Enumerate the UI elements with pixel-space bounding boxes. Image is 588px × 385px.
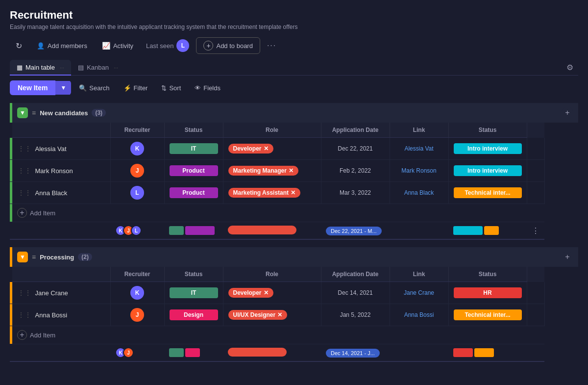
col-header-date-1: Application Date: [321, 123, 390, 138]
add-members-button[interactable]: 👤 Add members: [31, 39, 93, 52]
filter-label: Filter: [134, 84, 148, 92]
activity-button[interactable]: 📈 Activity: [96, 39, 139, 52]
col-header-name-1: [12, 123, 110, 138]
col-header-name-2: [12, 267, 110, 282]
status-cell-anna-bossi: Design: [164, 304, 223, 326]
status-pill: Product: [170, 187, 218, 198]
recruiter-avatar: J: [130, 308, 144, 322]
date-cell-jane: Dec 14, 2021: [321, 282, 390, 304]
summary-status-bar-teal: [453, 226, 483, 235]
summary-avatar-j2: J: [123, 347, 134, 358]
fields-button[interactable]: 👁 Fields: [189, 81, 226, 95]
add-item-cell-2: + Add Item: [12, 326, 110, 344]
summary-recruiters: K J L: [110, 222, 164, 240]
candidate-name: Mark Ronson: [35, 167, 73, 175]
add-item-empty-2: [448, 326, 527, 344]
col-header-date-2: Application Date: [321, 267, 390, 282]
link-cell-jane[interactable]: Jane Crane: [390, 282, 448, 304]
add-item-button-2[interactable]: + Add Item: [17, 330, 105, 340]
add-item-empty-2: [110, 326, 164, 344]
summary-name-col-2: [12, 344, 110, 362]
new-item-dropdown-button[interactable]: ▼: [55, 81, 71, 95]
add-item-cell-1: + Add Item: [12, 204, 110, 222]
role-tag-remove[interactable]: ✕: [264, 289, 269, 296]
summary-status-2: [164, 344, 223, 362]
add-item-empty-2: [321, 326, 390, 344]
add-item-empty-2: [527, 326, 544, 344]
role-tag-remove[interactable]: ✕: [289, 167, 294, 174]
new-item-main-button[interactable]: New Item: [10, 80, 55, 95]
name-cell-mark: ⋮⋮ Mark Ronson: [12, 160, 110, 182]
sort-icon: ⇅: [161, 84, 167, 92]
main-table-label: Main table: [25, 64, 55, 71]
recruiter-cell-jane: K: [110, 282, 164, 304]
recruiter-cell-mark: J: [110, 160, 164, 182]
add-item-empty-2: [223, 326, 321, 344]
col-header-role-2: Role: [223, 267, 321, 282]
status-pill: Product: [170, 165, 218, 176]
recruiter-avatar: J: [130, 164, 144, 178]
link-cell-anna-black[interactable]: Anna Black: [390, 182, 448, 204]
status-cell-mark: Product: [164, 160, 223, 182]
tab-main-table[interactable]: ▦ Main table ···: [10, 60, 71, 75]
summary-bar-it: [169, 226, 184, 235]
role-tag-label: Developer: [233, 289, 262, 296]
more-options-button[interactable]: ···: [263, 38, 280, 53]
group-drag-icon: ≡: [32, 109, 36, 117]
sort-label: Sort: [169, 84, 181, 92]
status-cell-jane: IT: [164, 282, 223, 304]
summary-role-bar-2: [228, 348, 287, 357]
filter-button[interactable]: ⚡ Filter: [118, 81, 154, 95]
search-button[interactable]: 🔍 Search: [73, 81, 115, 95]
add-to-board-button[interactable]: + Add to board: [196, 37, 260, 54]
col-header-link-1: Link: [390, 123, 448, 138]
add-to-board-label: Add to board: [216, 42, 252, 50]
role-tag: Developer ✕: [228, 144, 273, 154]
sort-button[interactable]: ⇅ Sort: [155, 81, 187, 95]
badge-cell-alessia: Intro interview: [448, 138, 527, 160]
main-table: ▼ ≡ New candidates (3) + Recruiter: [10, 103, 578, 362]
fields-label: Fields: [203, 84, 220, 92]
role-cell-anna-bossi: UI/UX Designer ✕: [223, 304, 321, 326]
add-col-cell-2: +: [544, 247, 578, 267]
add-col-cell: +: [544, 103, 578, 123]
group-toggle-new-candidates[interactable]: ▼: [17, 107, 28, 118]
tab-kanban[interactable]: ▤ Kanban ···: [71, 60, 125, 75]
role-cell-alessia: Developer ✕: [223, 138, 321, 160]
main-table-dots[interactable]: ···: [60, 65, 64, 71]
activity-label: Activity: [113, 42, 133, 50]
link-cell-anna-bossi[interactable]: Anna Bossi: [390, 304, 448, 326]
summary-link: [390, 222, 448, 240]
group-toggle-processing[interactable]: ▼: [17, 252, 28, 262]
role-tag-remove[interactable]: ✕: [277, 311, 282, 318]
group-drag-icon: ≡: [32, 253, 36, 261]
three-dots-icon[interactable]: ⋮: [532, 227, 539, 235]
col-headers-row-2: Recruiter Status Role Application Date L…: [10, 267, 578, 282]
date-cell-anna-bossi: Jan 5, 2022: [321, 304, 390, 326]
col-headers-row-1: Recruiter Status Role Application Date L…: [10, 123, 578, 138]
recruiter-cell-alessia: K: [110, 138, 164, 160]
group-name-new-candidates: New candidates: [40, 109, 88, 117]
add-item-row-1: + Add Item: [10, 204, 578, 222]
fields-icon: 👁: [195, 84, 201, 92]
kanban-dots[interactable]: ···: [114, 65, 118, 71]
role-tag-remove[interactable]: ✕: [264, 145, 269, 152]
row-extra: [527, 160, 544, 182]
add-item-button-1[interactable]: + Add Item: [17, 208, 105, 218]
add-column-button-2[interactable]: +: [562, 251, 573, 263]
table-row: ⋮⋮ Jane Crane K IT Developer ✕: [10, 282, 578, 304]
refresh-button[interactable]: ↻: [10, 38, 28, 53]
settings-button[interactable]: ⚙: [562, 60, 578, 75]
link-cell-alessia[interactable]: Alessia Vat: [390, 138, 448, 160]
refresh-icon: ↻: [16, 41, 22, 51]
plus-circle-icon: +: [17, 208, 27, 218]
summary-row-1: K J L Dec 22: [10, 222, 578, 240]
role-tag-remove[interactable]: ✕: [291, 189, 295, 196]
link-cell-mark[interactable]: Mark Ronson: [390, 160, 448, 182]
summary-three-dots: ⋮: [527, 222, 544, 240]
add-column-button-1[interactable]: +: [562, 107, 573, 119]
group-name-processing: Processing: [40, 254, 74, 261]
name-cell-alessia: ⋮⋮ Alessia Vat: [12, 138, 110, 160]
table-row: ⋮⋮ Alessia Vat K IT Developer ✕: [10, 138, 578, 160]
status-pill: IT: [170, 143, 218, 154]
